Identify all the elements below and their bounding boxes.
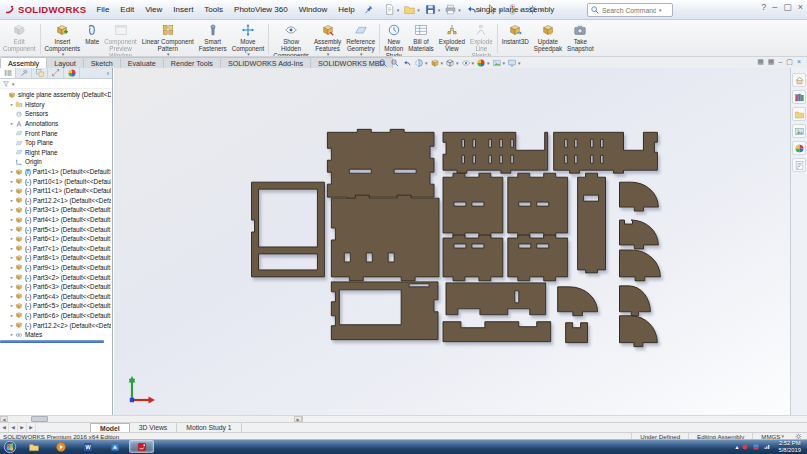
tree-item[interactable]: ▸History bbox=[0, 100, 111, 110]
tree-item[interactable]: Right Plane bbox=[0, 148, 111, 158]
tree-item[interactable]: ▸(-) Part12.2<2> (Default<<Default>_ bbox=[0, 320, 111, 330]
pane2-button[interactable]: ▦ bbox=[768, 58, 775, 66]
tree-item[interactable]: single plane assembly (Default<Display S bbox=[0, 90, 111, 100]
ribbon-update-speedpak-button[interactable]: Update Speedpak bbox=[532, 22, 564, 52]
ribbon-bill-of-materials-button[interactable]: Bill of Materials bbox=[406, 22, 436, 52]
save-button[interactable]: ▾ bbox=[422, 2, 443, 17]
edit-appearance-button[interactable]: ▾ bbox=[476, 58, 490, 68]
view-orientation-button[interactable]: ▾ bbox=[430, 58, 444, 68]
previous-view-button[interactable] bbox=[402, 58, 412, 68]
tab-assembly[interactable]: Assembly bbox=[0, 57, 47, 68]
panel-tab-feature-tree[interactable] bbox=[0, 68, 16, 78]
minimize-button[interactable]: – bbox=[772, 2, 777, 12]
tree-item[interactable]: Top Plane bbox=[0, 138, 111, 148]
tree-item[interactable]: ▸(-) Part4<1> (Default<<Default>_Dis bbox=[0, 215, 111, 225]
view-settings-button[interactable]: ▾ bbox=[507, 58, 521, 68]
tree-item[interactable]: ▸(-) Part6<4> (Default<<Default>_Dis bbox=[0, 291, 111, 301]
ribbon-exploded-view-button[interactable]: Exploded View bbox=[437, 22, 467, 52]
tree-item[interactable]: Origin bbox=[0, 157, 111, 167]
filter-funnel-icon[interactable] bbox=[2, 80, 10, 88]
tree-item[interactable]: ▸Mates bbox=[0, 330, 111, 340]
taskpane-custom-properties-button[interactable] bbox=[792, 158, 806, 172]
tree-item[interactable]: ▸(-) Part9<1> (Default<<Default>_Dis bbox=[0, 263, 111, 273]
tree-item[interactable]: ▸(-) Part12.2<1> (Default<<Default>_ bbox=[0, 196, 111, 206]
taskbar-explorer-button[interactable] bbox=[21, 440, 46, 453]
taskbar-media-player-button[interactable] bbox=[48, 440, 73, 453]
tree-item[interactable]: Front Plane bbox=[0, 128, 111, 138]
taskpane-design-library-button[interactable] bbox=[792, 90, 806, 104]
tray-show-hidden-icon[interactable]: ▴ bbox=[735, 443, 738, 450]
last-tab-button[interactable]: ▶ bbox=[27, 423, 36, 432]
ribbon-show-hidden-components-button[interactable]: Show Hidden Components bbox=[271, 22, 311, 57]
tree-item[interactable]: ▸(-) Part11<1> (Default<<Default>_Di bbox=[0, 186, 111, 196]
menu-edit[interactable]: Edit bbox=[115, 3, 139, 16]
ribbon-new-motion-study-button[interactable]: New Motion Study bbox=[382, 22, 405, 57]
prev-tab-button[interactable]: ◀ bbox=[9, 423, 18, 432]
menu-file[interactable]: File bbox=[91, 3, 114, 16]
tree-item[interactable]: Sensors bbox=[0, 109, 111, 119]
restore-doc-button[interactable]: ▢ bbox=[786, 58, 793, 66]
search-dropdown-icon[interactable]: ▾ bbox=[659, 7, 662, 13]
panel-tab-display-manager[interactable] bbox=[64, 68, 80, 78]
pin-icon[interactable] bbox=[363, 4, 374, 15]
taskbar-solidworks-button[interactable] bbox=[129, 440, 154, 453]
first-tab-button[interactable]: ◀ bbox=[0, 423, 9, 432]
tree-item[interactable]: ▸Annotations bbox=[0, 119, 111, 129]
ribbon-linear-component-pattern-button[interactable]: Linear Component Pattern▾ bbox=[140, 22, 196, 57]
help-button[interactable]: ? bbox=[761, 2, 766, 12]
tree-item[interactable]: ▸(f) Part1<1> (Default<<Default>_Dis bbox=[0, 167, 111, 177]
doc-tab-motion-study-1[interactable]: Motion Study 1 bbox=[177, 423, 241, 432]
menu-help[interactable]: Help bbox=[333, 3, 359, 16]
tab-render-tools[interactable]: Render Tools bbox=[163, 57, 221, 68]
next-tab-button[interactable]: ▶ bbox=[18, 423, 27, 432]
undo-button[interactable]: ▾ bbox=[463, 2, 484, 17]
menu-view[interactable]: View bbox=[140, 3, 167, 16]
rebuild-button[interactable]: ▾ bbox=[504, 2, 525, 17]
zoom-to-fit-button[interactable] bbox=[378, 58, 388, 68]
search-box[interactable]: ▾ bbox=[587, 3, 673, 17]
ribbon-mate-button[interactable]: Mate bbox=[83, 22, 101, 45]
restore-button[interactable]: ▢ bbox=[783, 2, 792, 12]
menu-tools[interactable]: Tools bbox=[199, 3, 228, 16]
doc-tab-3d-views[interactable]: 3D Views bbox=[130, 423, 178, 432]
doc-tab-model[interactable]: Model bbox=[90, 423, 130, 432]
tab-evaluate[interactable]: Evaluate bbox=[120, 57, 164, 68]
options-gear-button[interactable]: ▾ bbox=[524, 2, 545, 17]
tree-item[interactable]: ▸(-) Part6<3> (Default<<Default>_Dis bbox=[0, 282, 111, 292]
close-doc-button[interactable]: × bbox=[797, 58, 801, 66]
filter-row[interactable]: ▾ bbox=[0, 79, 112, 89]
panel-tab-property-manager[interactable] bbox=[16, 68, 32, 78]
filter-dropdown-icon[interactable]: ▾ bbox=[12, 81, 15, 87]
tab-layout[interactable]: Layout bbox=[46, 57, 84, 68]
taskpane-appearances-scenes-button[interactable] bbox=[792, 141, 806, 155]
ribbon-reference-geometry-button[interactable]: Reference Geometry▾ bbox=[344, 22, 377, 57]
zoom-to-area-button[interactable] bbox=[390, 58, 400, 68]
taskpane-resources-home-button[interactable] bbox=[792, 73, 806, 87]
taskbar-clock[interactable]: 2:52 PM 5/8/2019 bbox=[774, 440, 807, 454]
ribbon-instant3d-button[interactable]: Instant3D bbox=[500, 22, 531, 45]
panel-tabs-more[interactable]: › bbox=[104, 68, 112, 78]
ribbon-assembly-features-button[interactable]: Assembly Features▾ bbox=[312, 22, 343, 57]
rollback-bar[interactable] bbox=[0, 340, 104, 343]
ribbon-smart-fasteners-button[interactable]: Smart Fasteners bbox=[197, 22, 229, 52]
tree-item[interactable]: ▸(-) Part3<1> (Default<<Default>_Dis bbox=[0, 205, 111, 215]
minimize-doc-button[interactable]: – bbox=[778, 58, 782, 66]
section-view-button[interactable]: ▾ bbox=[414, 58, 428, 68]
taskpane-file-explorer-pane-button[interactable] bbox=[792, 107, 806, 121]
menu-photoview-360[interactable]: PhotoView 360 bbox=[229, 3, 293, 16]
laser-cut-parts-model[interactable] bbox=[114, 68, 790, 415]
open-button[interactable]: ▾ bbox=[401, 2, 422, 17]
tree-item[interactable]: ▸(-) Part6<5> (Default<<Default>_Dis bbox=[0, 301, 111, 311]
graphics-viewport[interactable] bbox=[114, 68, 790, 415]
menu-insert[interactable]: Insert bbox=[168, 3, 198, 16]
tree-item[interactable]: ▸(-) Part6<1> (Default<<Default>_Dis bbox=[0, 234, 111, 244]
tab-sketch[interactable]: Sketch bbox=[83, 57, 121, 68]
tree-item[interactable]: ▸(-) Part5<1> (Default<<Default>_Dis bbox=[0, 224, 111, 234]
start-button[interactable] bbox=[3, 440, 17, 454]
pane1-button[interactable]: ▦ bbox=[757, 58, 764, 66]
ribbon-move-component-button[interactable]: Move Component▾ bbox=[230, 22, 267, 57]
panel-tab-dimxpert-manager[interactable] bbox=[48, 68, 64, 78]
panel-tab-configuration-manager[interactable] bbox=[32, 68, 48, 78]
taskbar-word-button[interactable] bbox=[75, 440, 100, 453]
tree-item[interactable]: ▸(-) Part10<1> (Default<<Default>_Di bbox=[0, 176, 111, 186]
